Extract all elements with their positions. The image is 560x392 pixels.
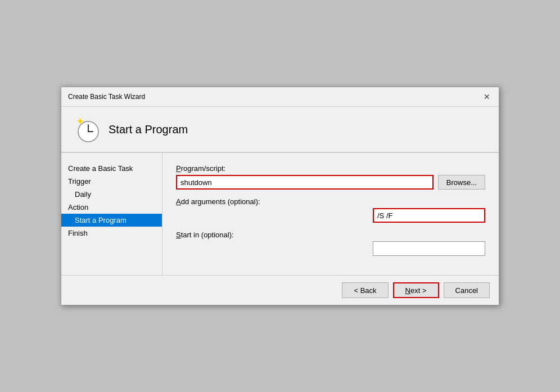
title-bar: Create Basic Task Wizard ✕	[61, 87, 499, 107]
sidebar-item-daily[interactable]: Daily	[61, 188, 162, 201]
program-input-row: Browse...	[176, 175, 485, 190]
footer: < Back Next > Cancel	[61, 275, 499, 305]
dialog-title: Create Basic Task Wizard	[68, 93, 145, 101]
browse-button[interactable]: Browse...	[438, 175, 485, 190]
program-input[interactable]	[176, 175, 433, 190]
startin-row: Start in (optional):	[176, 231, 485, 256]
next-button[interactable]: Next >	[393, 282, 439, 298]
dialog-window: Create Basic Task Wizard ✕ ✦ Start a Pro…	[61, 87, 499, 305]
sidebar-item-start-program[interactable]: Start a Program	[61, 214, 162, 227]
program-label: Program/script:	[176, 164, 485, 173]
back-button[interactable]: < Back	[342, 282, 388, 298]
program-row: Program/script: Browse...	[176, 164, 485, 190]
startin-input-row	[176, 241, 485, 256]
svg-text:✦: ✦	[76, 116, 84, 127]
sidebar-item-create-basic-task[interactable]: Create a Basic Task	[61, 162, 162, 175]
sidebar-item-trigger[interactable]: Trigger	[61, 175, 162, 188]
sidebar-item-finish[interactable]: Finish	[61, 227, 162, 240]
cancel-button[interactable]: Cancel	[444, 282, 490, 298]
startin-label: Start in (optional):	[176, 231, 485, 239]
content-area: Create a Basic Task Trigger Daily Action…	[61, 153, 499, 275]
startin-input[interactable]	[373, 241, 485, 256]
header-title: Start a Program	[109, 123, 188, 136]
sidebar: Create a Basic Task Trigger Daily Action…	[61, 153, 162, 275]
args-input-row	[176, 208, 485, 223]
args-input[interactable]	[373, 208, 485, 223]
main-panel: Program/script: Browse... Add arguments …	[162, 153, 499, 275]
args-label: Add arguments (optional):	[176, 197, 485, 206]
sidebar-item-action[interactable]: Action	[61, 201, 162, 214]
header-area: ✦ Start a Program	[61, 107, 499, 153]
args-row: Add arguments (optional):	[176, 197, 485, 223]
task-icon: ✦	[73, 116, 100, 143]
close-button[interactable]: ✕	[482, 92, 492, 102]
